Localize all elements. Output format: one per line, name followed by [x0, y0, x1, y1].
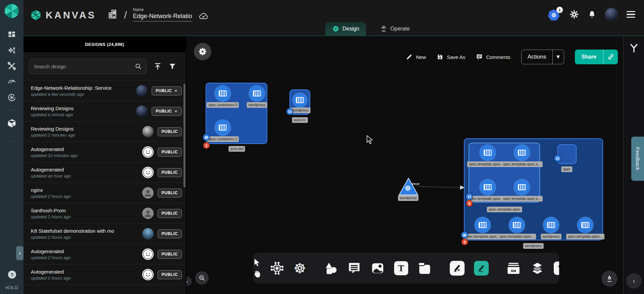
- note-tool-icon[interactable]: [418, 261, 432, 275]
- container-node[interactable]: [509, 217, 525, 233]
- copy-link-icon[interactable]: [603, 50, 618, 64]
- feedback-tab[interactable]: Feedback: [631, 137, 644, 181]
- lifecycle-gears-icon[interactable]: [7, 45, 17, 55]
- design-row[interactable]: Edge-Network-Relationship: Service updat…: [23, 80, 186, 101]
- container-node[interactable]: [215, 85, 231, 101]
- freehand-tool-icon-active[interactable]: [474, 261, 489, 276]
- container-node[interactable]: [480, 145, 496, 161]
- container-node[interactable]: [292, 93, 307, 107]
- help-icon[interactable]: ?: [8, 271, 16, 279]
- container-node[interactable]: [514, 179, 530, 195]
- components-circuit-icon[interactable]: [270, 261, 284, 275]
- new-button[interactable]: New: [406, 54, 426, 60]
- container-node[interactable]: [215, 120, 231, 136]
- kubernetes-resource-badge[interactable]: [461, 232, 468, 238]
- kubernetes-resource-badge[interactable]: [466, 193, 473, 200]
- help-tool-icon[interactable]: ?: [554, 262, 559, 275]
- pan-hand-icon[interactable]: [253, 270, 261, 278]
- actions-label[interactable]: Actions: [522, 50, 552, 64]
- design-row[interactable]: Autogenerated updated 10 minutes ago PUB…: [23, 142, 186, 162]
- panel-scrollbar[interactable]: [183, 84, 185, 188]
- shapes-tool-icon[interactable]: [324, 261, 338, 275]
- error-count-badge[interactable]: 5: [466, 200, 473, 207]
- visibility-badge[interactable]: PUBLIC: [158, 229, 182, 238]
- design-row[interactable]: K8 Statefulset demonstration with mo upd…: [23, 223, 186, 244]
- kubernetes-resource-badge[interactable]: [554, 155, 561, 162]
- container-node[interactable]: [543, 217, 559, 233]
- search-icon[interactable]: [135, 63, 142, 70]
- kubernetes-resource-badge[interactable]: [203, 134, 210, 141]
- design-canvas[interactable]: New Save As Comments Actions ▼ Share: [186, 36, 623, 294]
- dashboard-icon[interactable]: [7, 29, 17, 40]
- pod-template-node[interactable]: spec.template.spec.s... spec.template.sp…: [469, 143, 540, 203]
- visibility-select[interactable]: PUBLIC ▼: [152, 107, 182, 116]
- organization-building-icon[interactable]: [107, 8, 118, 20]
- tab-operate[interactable]: Operate: [373, 22, 417, 35]
- visibility-badge[interactable]: PUBLIC: [158, 209, 182, 218]
- save-as-button[interactable]: Save As: [437, 54, 465, 60]
- select-tool-icon[interactable]: [254, 259, 261, 267]
- visibility-badge[interactable]: PUBLIC: [158, 250, 182, 259]
- collapse-panel-chevron[interactable]: ‹: [186, 277, 192, 286]
- text-tool-icon[interactable]: T: [394, 261, 408, 275]
- container-node[interactable]: [577, 217, 593, 233]
- mesh-extensions-icon[interactable]: [7, 92, 17, 102]
- dock-collapse-chevron[interactable]: ‹: [626, 273, 642, 289]
- pod-node[interactable]: spec.containers.0 wordpress spec.contain…: [206, 83, 267, 144]
- design-row[interactable]: Reviewing Designs updated 2 minutes ago …: [23, 121, 186, 142]
- actions-split-button[interactable]: Actions ▼: [521, 50, 564, 64]
- configuration-tools-icon[interactable]: [7, 61, 17, 71]
- pod-node[interactable]: wordpress: [289, 89, 310, 115]
- tab-design[interactable]: Design: [325, 22, 366, 35]
- share-split-button[interactable]: Share: [575, 50, 618, 64]
- filter-funnel-icon[interactable]: [168, 62, 176, 70]
- visibility-badge[interactable]: PUBLIC: [158, 127, 182, 136]
- performance-gauge-icon[interactable]: [7, 77, 17, 87]
- error-count-badge[interactable]: 2: [203, 142, 210, 149]
- kubernetes-tool-icon[interactable]: ☸: [293, 260, 306, 277]
- design-name-input[interactable]: [133, 12, 193, 21]
- import-upload-icon[interactable]: [154, 62, 162, 70]
- kanvas-brand[interactable]: KANVAS: [30, 9, 96, 21]
- notifications-bell-icon[interactable]: [588, 10, 596, 19]
- visibility-badge[interactable]: PUBLIC: [158, 168, 182, 177]
- design-row[interactable]: Autogenerated updated an hour ago PUBLIC: [23, 162, 186, 182]
- zoom-button[interactable]: [195, 271, 209, 285]
- drawer-tool-icon[interactable]: [506, 261, 521, 275]
- kubernetes-resource-badge[interactable]: [286, 108, 293, 115]
- design-row[interactable]: Santhosh-Prom updated 2 hours ago PUBLIC: [23, 203, 186, 223]
- dock-branch-icon[interactable]: [629, 44, 639, 53]
- container-node[interactable]: [249, 85, 265, 101]
- actions-caret-icon[interactable]: ▼: [552, 50, 564, 64]
- deployment-node[interactable]: spec.template.spec.s... spec.template.sp…: [464, 138, 603, 240]
- comment-tool-icon[interactable]: [347, 261, 361, 275]
- visibility-badge[interactable]: PUBLIC: [158, 189, 182, 198]
- image-tool-icon[interactable]: [371, 261, 385, 275]
- search-input[interactable]: [34, 64, 135, 69]
- container-node[interactable]: [475, 217, 491, 233]
- container-node[interactable]: [514, 145, 530, 161]
- pen-tool-icon[interactable]: [450, 261, 465, 276]
- user-avatar[interactable]: [605, 8, 618, 21]
- settings-gear-icon[interactable]: [570, 10, 579, 19]
- comments-button[interactable]: Comments: [476, 54, 511, 60]
- design-row[interactable]: Autogenerated updated 2 hours ago PUBLIC: [23, 244, 186, 264]
- pen-nib-button[interactable]: [601, 271, 618, 287]
- meshery-logo[interactable]: [4, 3, 19, 19]
- design-row[interactable]: nginx updated 2 hours ago PUBLIC: [23, 182, 186, 203]
- visibility-badge[interactable]: PUBLIC: [158, 270, 182, 279]
- meshery-flower-button[interactable]: [194, 43, 211, 60]
- container-node[interactable]: [480, 179, 496, 195]
- visibility-badge[interactable]: PUBLIC: [158, 148, 182, 157]
- design-row[interactable]: Reviewing Designs updated a minute ago P…: [23, 101, 186, 121]
- design-row[interactable]: Autogenerated updated 2 hours ago PUBLIC: [23, 264, 186, 285]
- menu-hamburger-icon[interactable]: [627, 11, 635, 18]
- visibility-select[interactable]: PUBLIC ▼: [152, 86, 182, 95]
- layers-tool-icon[interactable]: [530, 261, 544, 276]
- sidebar-expand-chevron[interactable]: ›: [16, 246, 23, 260]
- kubernetes-context-button[interactable]: ☸ 1: [548, 8, 561, 20]
- service-node[interactable]: ☸: [397, 177, 420, 197]
- kanvas-hexagon-icon[interactable]: [7, 118, 17, 128]
- spec-node[interactable]: [557, 144, 577, 164]
- error-count-badge[interactable]: 3: [462, 239, 468, 245]
